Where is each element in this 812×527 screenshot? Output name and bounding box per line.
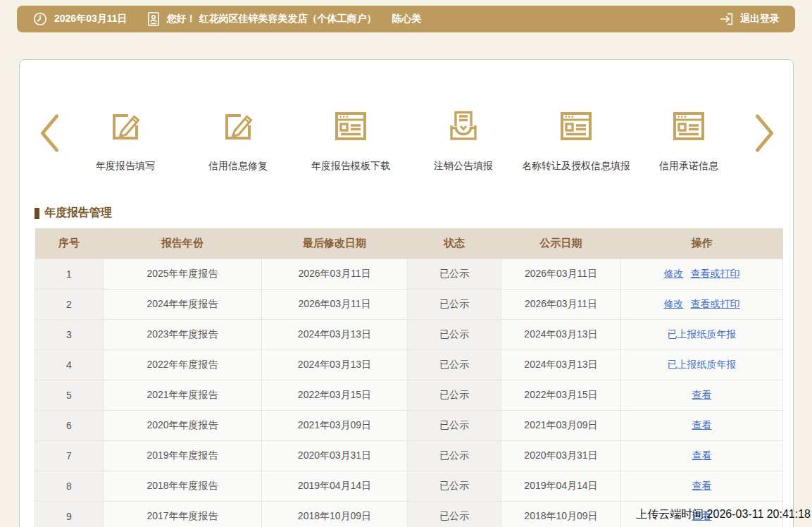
cell-report-year: 2020年年度报告 [104,410,262,440]
cell-modified-date: 2026年03月11日 [262,259,408,289]
cell-publish-date: 2026年03月11日 [501,289,621,319]
cell-status: 已公示 [408,471,501,501]
cell-status: 已公示 [408,440,501,471]
cell-index: 6 [35,410,104,440]
service-carousel: 年度报告填写 信用信息修复 年度报告模板下载 注销公告填报 名称转让及授权信息填… [20,106,793,173]
cell-actions: 查看 [621,471,783,501]
logout-label: 退出登录 [740,13,780,25]
cell-publish-date: 2019年04月14日 [501,471,621,501]
column-header: 最后修改日期 [262,228,408,259]
cell-report-year: 2018年年度报告 [104,471,262,501]
cell-actions: 修改查看或打印 [621,259,783,289]
cell-status: 已公示 [408,349,501,380]
cell-actions: 查看 [621,410,783,440]
inbox-icon [446,106,481,146]
cell-report-year: 2019年年度报告 [104,440,262,471]
action-status-text: 已上报纸质年报 [668,359,737,370]
cell-report-year: 2017年年度报告 [104,501,262,527]
annual-report-table: 序号报告年份最后修改日期状态公示日期操作 1 2025年年度报告 2026年03… [35,228,783,527]
user-name: 陈心美 [392,13,421,25]
cell-modified-date: 2024年03月13日 [262,319,408,349]
action-status-text: 已上报纸质年报 [668,328,737,340]
carousel-item[interactable]: 注销公告填报 [407,106,520,173]
clock-icon [32,11,48,27]
cell-actions: 查看 [621,380,783,410]
edit-icon [220,106,256,146]
column-header: 状态 [408,228,501,259]
chevron-left-icon [39,113,60,156]
main-panel: 年度报告填写 信用信息修复 年度报告模板下载 注销公告填报 名称转让及授权信息填… [19,59,794,527]
column-header: 操作 [621,228,783,259]
cell-publish-date: 2021年03月09日 [501,410,621,440]
cell-modified-date: 2019年04月14日 [262,471,408,501]
cell-status: 已公示 [408,319,501,349]
carousel-item-label: 信用承诺信息 [659,160,718,173]
carousel-item[interactable]: 信用承诺信息 [632,106,745,173]
table-row: 6 2020年年度报告 2021年03月09日 已公示 2021年03月09日 … [35,410,783,440]
cell-report-year: 2023年年度报告 [104,319,262,349]
cell-status: 已公示 [408,259,501,289]
table-row: 1 2025年年度报告 2026年03月11日 已公示 2026年03月11日 … [35,259,783,289]
action-link[interactable]: 查看 [692,389,712,400]
carousel-item-label: 注销公告填报 [434,160,493,173]
cell-modified-date: 2026年03月11日 [262,289,408,319]
upload-timestamp-watermark: 上传云端时间:2026-03-11 20:41:18 [636,507,811,522]
carousel-item[interactable]: 名称转让及授权信息填报 [520,106,632,173]
cell-publish-date: 2022年03月15日 [501,380,621,410]
action-link[interactable]: 查看 [692,450,712,461]
cell-index: 8 [35,471,104,501]
logout-button[interactable]: 退出登录 [713,11,780,27]
greeting-text: 您好！ 红花岗区佳锌美容美发店（个体工商户） [167,13,377,25]
carousel-next-button[interactable] [745,113,785,156]
cell-report-year: 2024年年度报告 [104,289,262,319]
action-link[interactable]: 修改 [664,268,684,279]
cell-actions: 已上报纸质年报 [621,319,783,349]
table-header-row: 序号报告年份最后修改日期状态公示日期操作 [35,228,783,259]
column-header: 报告年份 [104,228,262,259]
action-link[interactable]: 查看或打印 [691,298,740,309]
action-link[interactable]: 查看或打印 [691,268,740,279]
report-list-icon [333,106,368,146]
cell-index: 9 [35,501,104,527]
cell-index: 4 [35,349,104,380]
id-card-icon [147,11,160,27]
cell-publish-date: 2024年03月13日 [501,319,621,349]
cell-actions: 已上报纸质年报 [621,349,783,380]
cell-index: 5 [35,380,104,410]
cell-index: 3 [35,319,104,349]
topbar: 2026年03月11日 您好！ 红花岗区佳锌美容美发店（个体工商户） 陈心美 退… [17,6,795,32]
carousel-item-label: 名称转让及授权信息填报 [522,160,630,173]
action-link[interactable]: 查看 [692,419,712,430]
cell-actions: 修改查看或打印 [621,289,783,319]
carousel-item[interactable]: 信用信息修复 [182,106,294,173]
action-link[interactable]: 修改 [664,298,684,309]
cell-publish-date: 2026年03月11日 [501,259,621,289]
column-header: 公示日期 [501,228,621,259]
carousel-items: 年度报告填写 信用信息修复 年度报告模板下载 注销公告填报 名称转让及授权信息填… [69,106,745,173]
cell-index: 1 [35,259,104,289]
cell-modified-date: 2024年03月13日 [262,349,408,380]
cell-publish-date: 2020年03月31日 [501,440,621,471]
section-title: 年度报告管理 [35,206,793,221]
cell-report-year: 2021年年度报告 [104,380,262,410]
cell-status: 已公示 [408,289,501,319]
carousel-item-label: 信用信息修复 [208,160,268,173]
table-row: 7 2019年年度报告 2020年03月31日 已公示 2020年03月31日 … [35,440,783,471]
carousel-prev-button[interactable] [30,113,69,156]
table-body: 1 2025年年度报告 2026年03月11日 已公示 2026年03月11日 … [35,259,783,527]
column-header: 序号 [35,228,104,259]
cell-index: 7 [35,440,104,471]
carousel-item[interactable]: 年度报告模板下载 [294,106,407,173]
carousel-item-label: 年度报告填写 [96,160,155,173]
cell-publish-date: 2018年10月09日 [501,501,621,527]
cell-status: 已公示 [408,380,501,410]
carousel-item[interactable]: 年度报告填写 [69,106,182,173]
cell-modified-date: 2020年03月31日 [262,440,408,471]
logout-icon [719,11,735,27]
carousel-item-label: 年度报告模板下载 [311,160,390,173]
table-row: 5 2021年年度报告 2022年03月15日 已公示 2022年03月15日 … [35,380,783,410]
cell-modified-date: 2018年10月09日 [262,501,408,527]
report-list-icon [671,106,706,146]
cell-index: 2 [35,289,104,319]
action-link[interactable]: 查看 [692,480,712,491]
